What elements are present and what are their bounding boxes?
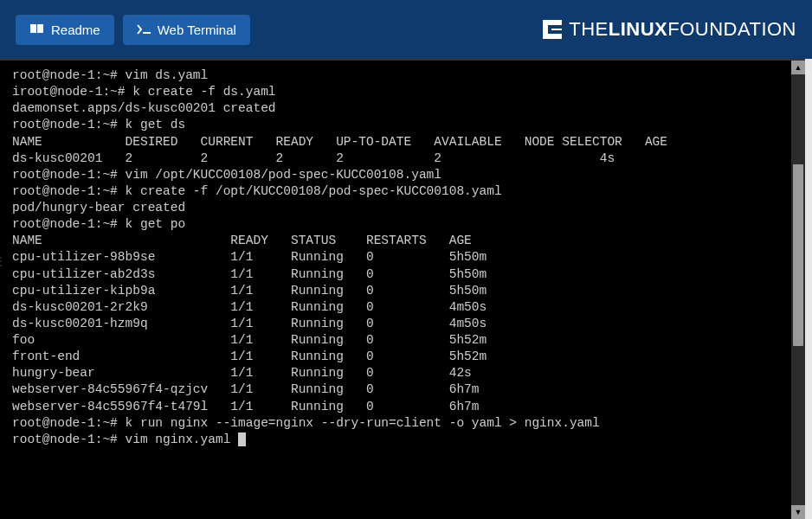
header-tabs: Readme Web Terminal xyxy=(16,15,250,45)
web-terminal-tab[interactable]: Web Terminal xyxy=(123,15,250,45)
drag-handle-icon: ⋮ xyxy=(0,260,7,263)
brand-logo: THELINUXFOUNDATION xyxy=(543,18,796,41)
scroll-thumb[interactable] xyxy=(793,164,803,346)
brand-the: THE xyxy=(569,18,609,40)
brand-linux: LINUX xyxy=(609,18,668,40)
header-bar: Readme Web Terminal THELINUXFOUNDATION xyxy=(0,0,812,59)
terminal-prompt-icon xyxy=(137,23,151,35)
brand-foundation: FOUNDATION xyxy=(667,18,796,40)
book-icon xyxy=(29,23,44,35)
readme-tab[interactable]: Readme xyxy=(16,15,114,45)
scrollbar[interactable]: ▲ ▼ xyxy=(791,61,805,519)
linux-foundation-icon xyxy=(543,20,562,39)
brand-text: THELINUXFOUNDATION xyxy=(569,18,796,41)
web-terminal-tab-label: Web Terminal xyxy=(158,22,236,37)
svg-rect-0 xyxy=(143,32,151,34)
terminal-container: ⋮ root@node-1:~# vim ds.yaml iroot@node-… xyxy=(0,59,805,519)
readme-tab-label: Readme xyxy=(51,22,100,37)
scroll-up-button[interactable]: ▲ xyxy=(791,61,805,74)
terminal-output[interactable]: root@node-1:~# vim ds.yaml iroot@node-1:… xyxy=(0,61,805,519)
scroll-down-button[interactable]: ▼ xyxy=(791,505,805,519)
